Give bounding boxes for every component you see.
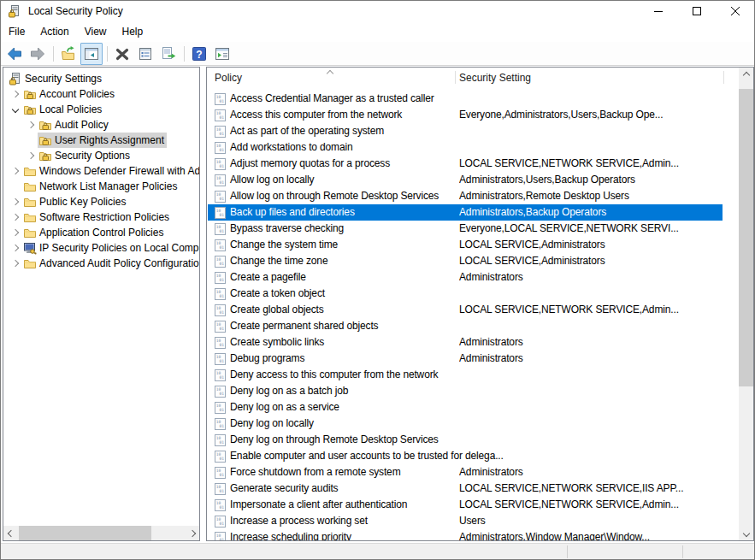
policy-row-change-the-time-zone[interactable]: 1001Change the time zoneLOCAL SERVICE,Ad… xyxy=(208,253,723,269)
policy-row-change-the-system-time[interactable]: 1001Change the system timeLOCAL SERVICE,… xyxy=(208,237,723,253)
tree-item-windows-defender-firewall-with-adva[interactable]: Windows Defender Firewall with Adva xyxy=(3,163,200,179)
policy-row-back-up-files-and-directories[interactable]: 1001Back up files and directoriesAdminis… xyxy=(208,204,723,221)
policy-row-create-a-pagefile[interactable]: 1001Create a pagefileAdministrators xyxy=(208,269,723,286)
tree-item-software-restriction-policies[interactable]: Software Restriction Policies xyxy=(3,209,200,225)
tree-item-ip-security-policies-on-local-compute[interactable]: IP Security Policies on Local Compute xyxy=(3,240,200,256)
policy-name: Create global objects xyxy=(230,304,324,315)
tree-item-network-list-manager-policies[interactable]: Network List Manager Policies xyxy=(3,179,200,194)
chevron-right-icon[interactable] xyxy=(8,209,22,225)
security-setting-value: Administrators,Remote Desktop Users xyxy=(459,190,723,202)
tree-item-application-control-policies[interactable]: Application Control Policies xyxy=(3,225,200,240)
policy-name: Deny log on locally xyxy=(230,417,314,429)
chevron-right-icon[interactable] xyxy=(8,163,22,179)
export-list-button[interactable] xyxy=(157,43,180,65)
tree-horizontal-scrollbar[interactable] xyxy=(3,526,199,540)
menu-action[interactable]: Action xyxy=(32,23,76,40)
policy-icon: 1001 xyxy=(215,353,226,365)
show-console-tree-button[interactable] xyxy=(80,43,103,65)
policy-row-create-global-objects[interactable]: 1001Create global objectsLOCAL SERVICE,N… xyxy=(208,302,723,318)
tree-item-advanced-audit-policy-configuration[interactable]: Advanced Audit Policy Configuration xyxy=(3,256,200,271)
policy-row-force-shutdown-from-a-remote-system[interactable]: 1001Force shutdown from a remote systemA… xyxy=(208,464,723,480)
chevron-right-icon[interactable] xyxy=(8,86,22,102)
help-icon: ? xyxy=(191,45,208,62)
svg-text:01: 01 xyxy=(219,359,224,363)
policy-name: Create a pagefile xyxy=(230,271,306,283)
security-setting-value: Administrators xyxy=(459,352,723,364)
chevron-right-icon[interactable] xyxy=(8,225,22,240)
back-button[interactable] xyxy=(3,43,26,65)
show-action-pane-button[interactable] xyxy=(211,43,233,65)
forward-button[interactable] xyxy=(27,43,49,65)
policy-row-access-this-computer-from-the-network[interactable]: 1001Access this computer from the networ… xyxy=(208,107,723,123)
chevron-right-icon[interactable] xyxy=(8,240,22,256)
policy-row-increase-a-process-working-set[interactable]: 1001Increase a process working setUsers xyxy=(208,513,723,529)
help-button[interactable]: ? xyxy=(188,43,210,65)
policy-row-create-a-token-object[interactable]: 1001Create a token object xyxy=(208,286,723,302)
chevron-right-icon[interactable] xyxy=(23,148,38,163)
tree-item-user-rights-assignment[interactable]: User Rights Assignment xyxy=(3,133,200,148)
menu-help[interactable]: Help xyxy=(115,23,151,40)
policy-row-deny-log-on-through-remote-desktop-service[interactable]: 1001Deny log on through Remote Desktop S… xyxy=(208,432,723,448)
policy-row-deny-log-on-locally[interactable]: 1001Deny log on locally xyxy=(208,416,723,432)
policy-row-create-permanent-shared-objects[interactable]: 1001Create permanent shared objects xyxy=(208,318,723,334)
menu-file[interactable]: File xyxy=(1,23,32,40)
titlebar: Local Security Policy xyxy=(1,1,754,21)
up-one-level-button[interactable] xyxy=(57,43,80,65)
maximize-button[interactable] xyxy=(677,1,716,21)
console-tree-icon xyxy=(83,45,100,62)
chevron-right-icon[interactable] xyxy=(23,117,38,133)
policy-row-deny-log-on-as-a-batch-job[interactable]: 1001Deny log on as a batch job xyxy=(208,383,723,399)
policy-row-impersonate-a-client-after-authentication[interactable]: 1001Impersonate a client after authentic… xyxy=(208,497,723,513)
properties-button[interactable] xyxy=(134,43,156,65)
column-divider[interactable] xyxy=(455,71,456,84)
scroll-right-button[interactable] xyxy=(185,526,199,540)
policy-row-enable-computer-and-user-accounts-to-be-tr[interactable]: 1001Enable computer and user accounts to… xyxy=(208,448,723,464)
policy-icon: 1001 xyxy=(215,337,226,349)
minimize-button[interactable] xyxy=(639,1,677,21)
scroll-left-button[interactable] xyxy=(3,526,18,540)
svg-text:10: 10 xyxy=(216,257,221,262)
tree-item-public-key-policies[interactable]: Public Key Policies xyxy=(3,194,200,209)
policy-row-add-workstations-to-domain[interactable]: 1001Add workstations to domain xyxy=(208,139,723,156)
policy-row-deny-log-on-as-a-service[interactable]: 1001Deny log on as a service xyxy=(208,399,723,416)
policy-row-act-as-part-of-the-operating-system[interactable]: 1001Act as part of the operating system xyxy=(208,123,723,139)
policy-row-bypass-traverse-checking[interactable]: 1001Bypass traverse checkingEveryone,LOC… xyxy=(208,221,723,237)
menu-view[interactable]: View xyxy=(77,23,115,40)
tree-item-account-policies[interactable]: Account Policies xyxy=(3,86,200,102)
delete-button[interactable] xyxy=(111,43,133,65)
policy-row-create-symbolic-links[interactable]: 1001Create symbolic linksAdministrators xyxy=(208,334,723,351)
tree-item-audit-policy[interactable]: Audit Policy xyxy=(3,117,200,133)
column-header-policy[interactable]: Policy xyxy=(215,72,242,84)
folder-icon xyxy=(23,164,38,178)
security-setting-value: LOCAL SERVICE,NETWORK SERVICE,Admin... xyxy=(459,498,723,510)
tree-item-security-settings[interactable]: Security Settings xyxy=(3,71,200,86)
chevron-right-icon[interactable] xyxy=(8,194,22,209)
column-divider[interactable] xyxy=(723,71,724,84)
scrollbar-thumb[interactable] xyxy=(739,89,753,386)
scroll-down-button[interactable] xyxy=(739,526,753,540)
security-setting-value: Administrators,Backup Operators xyxy=(459,206,723,218)
back-arrow-icon xyxy=(6,45,23,62)
policy-row-deny-access-to-this-computer-from-the-netw[interactable]: 1001Deny access to this computer from th… xyxy=(208,367,723,383)
policy-row-access-credential-manager-as-a-trusted-cal[interactable]: 1001Access Credential Manager as a trust… xyxy=(208,91,723,107)
close-button[interactable] xyxy=(716,1,754,21)
chevron-down-icon[interactable] xyxy=(8,102,22,117)
policy-row-adjust-memory-quotas-for-a-process[interactable]: 1001Adjust memory quotas for a processLO… xyxy=(208,156,723,172)
policy-list-pane: 1001Access Credential Manager as a trust… xyxy=(206,67,754,541)
policy-row-allow-log-on-through-remote-desktop-servic[interactable]: 1001Allow log on through Remote Desktop … xyxy=(208,188,723,204)
chevron-right-icon[interactable] xyxy=(8,256,22,271)
policy-row-allow-log-on-locally[interactable]: 1001Allow log on locallyAdministrators,U… xyxy=(208,172,723,188)
tree-item-security-options[interactable]: Security Options xyxy=(3,148,200,163)
scroll-up-button[interactable] xyxy=(739,68,753,82)
policy-row-increase-scheduling-priority[interactable]: 1001Increase scheduling priorityAdminist… xyxy=(208,529,723,541)
policy-row-generate-security-audits[interactable]: 1001Generate security auditsLOCAL SERVIC… xyxy=(208,480,723,497)
scrollbar-thumb[interactable] xyxy=(19,526,151,540)
column-header-security-setting[interactable]: Security Setting xyxy=(459,72,531,84)
tree-item-label: Account Policies xyxy=(38,88,115,100)
policy-name: Allow log on through Remote Desktop Serv… xyxy=(230,190,439,202)
policy-icon: 1001 xyxy=(215,288,226,300)
list-vertical-scrollbar[interactable] xyxy=(739,68,753,540)
tree-item-local-policies[interactable]: Local Policies xyxy=(3,102,200,117)
list-header: Policy Security Setting xyxy=(207,68,753,87)
policy-row-debug-programs[interactable]: 1001Debug programsAdministrators xyxy=(208,351,723,367)
